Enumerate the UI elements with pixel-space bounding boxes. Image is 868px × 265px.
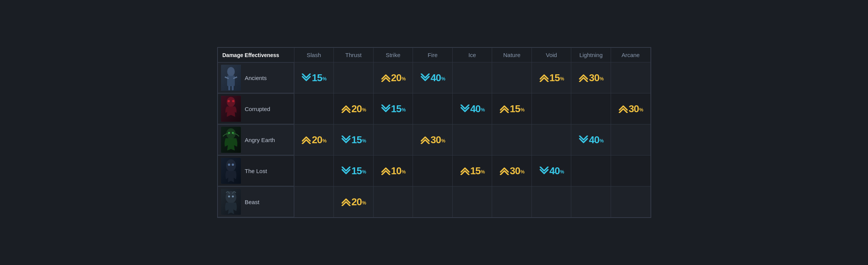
cell-row4-col7 [532,186,571,218]
cell-row4-col5 [452,186,492,218]
cell-row3-col1 [294,155,334,186]
cell-row2-col5 [452,124,492,155]
cell-row2-col1: 20% [294,124,334,155]
cell-row4-col3 [373,186,413,218]
enemy-thumbnail [221,96,241,122]
cell-row3-col9 [611,155,650,186]
svg-point-10 [232,100,234,102]
cell-row2-col7 [532,124,571,155]
svg-point-21 [228,196,230,198]
row-label-cell: Corrupted [218,93,294,124]
svg-point-20 [226,191,236,203]
enemy-name: Angry Earth [245,137,275,143]
effectiveness-value: 30% [420,135,445,145]
svg-point-13 [228,132,230,134]
cell-row0-col1: 15% [294,62,334,93]
cell-row4-col6 [492,186,532,218]
col-header-ice: Ice [452,48,492,62]
col-header-lightning: Lightning [571,48,611,62]
cell-row4-col4 [413,186,453,218]
cell-row3-col5: 15% [452,155,492,186]
effectiveness-value: 15% [460,166,485,176]
enemy-name: Beast [245,199,259,205]
col-header-arcane: Arcane [611,48,650,62]
row-label: The Lost [221,157,267,184]
cell-row0-col7: 15% [532,62,571,93]
table-row: The Lost 15% 10% 15% 30% 40% [218,155,650,186]
enemy-thumbnail [221,127,241,153]
cell-row0-col9 [611,62,650,93]
row-label-cell: The Lost [218,155,294,186]
row-label-cell: Angry Earth [218,124,294,155]
table-row: Angry Earth 20% 15% 30% 40% [218,124,650,155]
col-header-damage: Damage Effectiveness [218,48,294,62]
effectiveness-value: 15% [380,104,406,114]
col-header-nature: Nature [492,48,532,62]
damage-effectiveness-table: Damage Effectiveness Slash Thrust Strike… [217,47,651,218]
effectiveness-value: 15% [341,135,366,145]
svg-point-1 [227,67,235,76]
cell-row0-col8: 30% [571,62,611,93]
col-header-strike: Strike [373,48,413,62]
effectiveness-value: 30% [578,73,604,83]
cell-row4-col1 [294,186,334,218]
effectiveness-value: 15% [301,73,327,83]
enemy-name: Corrupted [245,106,270,112]
cell-row0-col6 [492,62,532,93]
table-row: Beast 20% [218,186,650,218]
col-header-slash: Slash [294,48,334,62]
cell-row0-col5 [452,62,492,93]
effectiveness-value: 20% [301,135,327,145]
effectiveness-value: 15% [539,73,564,83]
col-header-void: Void [532,48,571,62]
header-row: Damage Effectiveness Slash Thrust Strike… [218,48,650,62]
effectiveness-value: 15% [341,166,366,176]
cell-row3-col4 [413,155,453,186]
cell-row1-col1 [294,93,334,124]
enemy-thumbnail [221,158,241,184]
enemy-thumbnail [221,65,241,91]
cell-row2-col8: 40% [571,124,611,155]
row-label: Ancients [221,64,267,91]
cell-row0-col3: 20% [373,62,413,93]
cell-row3-col7: 40% [532,155,571,186]
cell-row0-col4: 40% [413,62,453,93]
row-label: Angry Earth [221,126,275,153]
effectiveness-value: 20% [380,73,406,83]
cell-row1-col2: 20% [334,93,374,124]
enemy-name: The Lost [245,168,267,174]
cell-row4-col2: 20% [334,186,374,218]
cell-row2-col9 [611,124,650,155]
cell-row1-col4 [413,93,453,124]
cell-row2-col3 [373,124,413,155]
cell-row1-col9: 30% [611,93,650,124]
row-label: Beast [221,188,259,215]
cell-row1-col3: 15% [373,93,413,124]
cell-row4-col8 [571,186,611,218]
col-header-thrust: Thrust [334,48,374,62]
effectiveness-value: 20% [341,104,366,114]
svg-rect-2 [227,75,235,86]
cell-row1-col5: 40% [452,93,492,124]
table-row: Corrupted 20% 15% 40% 15% 30% [218,93,650,124]
svg-rect-5 [228,86,230,90]
cell-row1-col7 [532,93,571,124]
svg-rect-6 [232,86,234,90]
effectiveness-value: 15% [499,104,525,114]
cell-row1-col6: 15% [492,93,532,124]
svg-point-22 [232,196,234,198]
effectiveness-value: 20% [341,197,366,207]
row-label-cell: Ancients [218,62,294,93]
svg-point-17 [228,164,230,166]
cell-row3-col3: 10% [373,155,413,186]
svg-point-9 [228,100,230,102]
effectiveness-value: 30% [618,104,644,114]
svg-point-18 [232,164,234,166]
effectiveness-value: 40% [539,166,564,176]
svg-point-14 [232,132,234,134]
enemy-name: Ancients [245,75,267,81]
effectiveness-value: 40% [578,135,604,145]
enemy-thumbnail [221,189,241,215]
cell-row3-col6: 30% [492,155,532,186]
cell-row2-col4: 30% [413,124,453,155]
